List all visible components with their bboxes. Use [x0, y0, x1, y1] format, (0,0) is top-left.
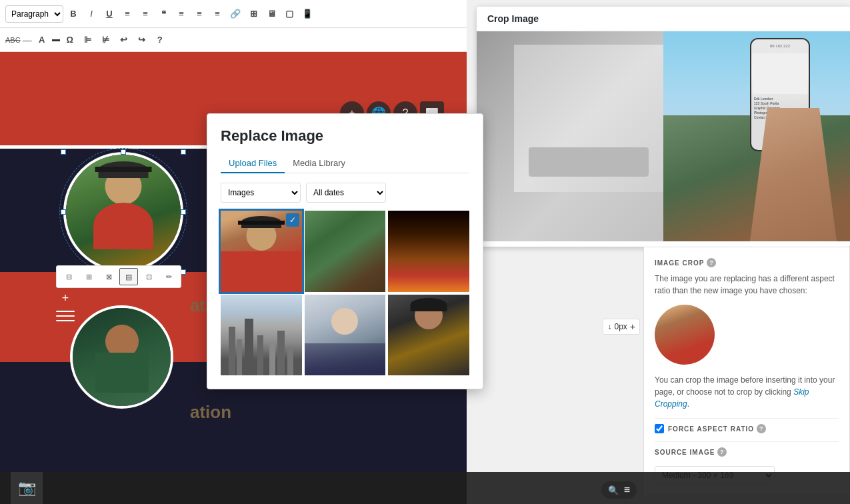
- offset-plus-button[interactable]: +: [630, 321, 635, 332]
- force-ratio-info-icon[interactable]: ?: [757, 424, 766, 433]
- ordered-list-button[interactable]: ≡: [137, 6, 153, 22]
- image-crop-description: The image you are replacing has a differ…: [655, 273, 839, 297]
- image-crop-description-2: You can crop the image before inserting …: [655, 374, 839, 410]
- crop-panel-image: 89 162 222 Erik Lonnber123 South PortlaG…: [477, 31, 850, 241]
- instagram-feed: [753, 54, 807, 94]
- crop-image-panel: Crop Image 89 162 222 Erik Lonnber123 So…: [477, 7, 850, 247]
- strikethrough-indicator: ABC: [5, 36, 21, 44]
- zoom-controls: 🔍 ≡: [601, 481, 637, 499]
- modal-filters: Images All dates: [221, 183, 469, 203]
- crop-panel-title: Crop Image: [477, 7, 850, 31]
- modal-tabs: Upload Files Media Library: [221, 154, 469, 173]
- offset-value: 0px: [614, 322, 627, 331]
- link-button[interactable]: 🔗: [227, 6, 243, 22]
- mobile-view-button[interactable]: 📱: [299, 6, 315, 22]
- menu-drag-handle[interactable]: [56, 311, 75, 321]
- offset-arrow-icon: ↓: [607, 322, 611, 331]
- image-cell-5[interactable]: [388, 295, 469, 376]
- desk-area: [514, 45, 663, 192]
- blockquote-button[interactable]: ❝: [155, 6, 171, 22]
- offset-panel: ↓ 0px +: [603, 319, 640, 335]
- source-image-info-icon[interactable]: ?: [717, 447, 727, 457]
- preview-image-circular: [655, 305, 715, 365]
- help-button[interactable]: ?: [152, 32, 168, 48]
- handle-br[interactable]: [181, 269, 186, 275]
- tab-upload-files[interactable]: Upload Files: [221, 154, 285, 173]
- row-align-right[interactable]: ⊠: [99, 268, 118, 285]
- keyboard-placeholder: [529, 147, 648, 177]
- window-button[interactable]: ▢: [281, 6, 297, 22]
- align-center-button[interactable]: ≡: [191, 6, 207, 22]
- filter-type-select[interactable]: Images: [221, 183, 301, 203]
- row-extra[interactable]: ⊡: [139, 268, 158, 285]
- align-right-button[interactable]: ≡: [209, 6, 225, 22]
- menu-line-2: [56, 315, 75, 317]
- menu-icon[interactable]: ≡: [624, 484, 630, 496]
- menu-line-1: [56, 311, 75, 312]
- row-align-center[interactable]: ⊞: [79, 268, 98, 285]
- undo-button[interactable]: ↩: [116, 32, 132, 48]
- special-char-button[interactable]: Ω: [62, 32, 78, 48]
- handle-tl[interactable]: [61, 149, 66, 155]
- italic-button[interactable]: I: [83, 6, 99, 22]
- force-ratio-checkbox[interactable]: [655, 424, 664, 433]
- image-crop-info-icon[interactable]: ?: [707, 258, 716, 267]
- row-align-full[interactable]: ▤: [119, 268, 138, 285]
- add-section-button[interactable]: +: [56, 289, 75, 307]
- phone-status-bar: 89 162 222: [751, 39, 809, 53]
- circle-image-2-bg: [73, 308, 171, 406]
- redo-button[interactable]: ↪: [134, 32, 150, 48]
- camera-button[interactable]: 📷: [11, 472, 43, 504]
- toolbar-row2: ABC — A Ω ⊫ ⊭ ↩ ↪ ?: [0, 28, 467, 52]
- font-color-button[interactable]: A: [34, 32, 50, 48]
- image-crop-section-title: IMAGE CROP ?: [655, 258, 839, 267]
- shirt2: [95, 353, 149, 393]
- image-cell-2[interactable]: [388, 211, 469, 292]
- location-text-2: ation: [190, 402, 231, 423]
- row-align-left[interactable]: ⊟: [59, 268, 78, 285]
- image-cell-1[interactable]: [305, 211, 386, 292]
- force-ratio-label: FORCE ASPECT RATIO ?: [668, 424, 766, 433]
- toolbar-top: Paragraph B I U ≡ ≡ ❝ ≡ ≡ ≡ 🔗 ⊞ 🖥 ▢ 📱: [0, 0, 467, 28]
- hr-button[interactable]: —: [23, 35, 32, 45]
- paste-text-button[interactable]: ⊭: [98, 32, 114, 48]
- settings-panel: IMAGE CROP ? The image you are replacing…: [643, 247, 850, 496]
- selection-border: [59, 148, 187, 276]
- handle-top[interactable]: [121, 149, 126, 155]
- preview-images-container: [655, 305, 839, 365]
- bold-button[interactable]: B: [65, 6, 81, 22]
- circle-image-2[interactable]: [70, 305, 173, 409]
- replace-image-modal: Replace Image Upload Files Media Library…: [207, 113, 483, 389]
- menu-line-3: [56, 320, 75, 321]
- force-aspect-ratio-section: FORCE ASPECT RATIO ?: [655, 418, 839, 433]
- circle-image-1-container[interactable]: [63, 152, 183, 272]
- image-grid: ✓: [221, 211, 469, 375]
- preview-image-1-bg: [655, 305, 715, 365]
- underline-button[interactable]: U: [101, 6, 117, 22]
- modal-title: Replace Image: [221, 127, 469, 145]
- bottom-bar: 📷: [0, 472, 850, 504]
- tab-media-library[interactable]: Media Library: [285, 154, 353, 173]
- handle-tr[interactable]: [181, 149, 186, 155]
- zoom-icon[interactable]: 🔍: [608, 485, 619, 495]
- align-left-button[interactable]: ≡: [173, 6, 189, 22]
- unordered-list-button[interactable]: ≡: [119, 6, 135, 22]
- source-image-title: SOURCE IMAGE ?: [655, 447, 839, 457]
- paste-button[interactable]: ⊫: [80, 32, 96, 48]
- table-button[interactable]: ⊞: [245, 6, 261, 22]
- row-alignment-toolbar: ⊟ ⊞ ⊠ ▤ ⊡ ✏: [56, 265, 181, 288]
- color-indicator: [52, 39, 60, 41]
- selected-checkmark: ✓: [286, 213, 299, 227]
- image-cell-3[interactable]: [221, 295, 302, 376]
- paragraph-select[interactable]: Paragraph: [5, 5, 63, 23]
- image-cell-4[interactable]: [305, 295, 386, 376]
- desktop-view-button[interactable]: 🖥: [263, 6, 279, 22]
- filter-date-select[interactable]: All dates: [306, 183, 386, 203]
- camera-icon: 📷: [18, 479, 36, 497]
- row-edit[interactable]: ✏: [159, 268, 178, 285]
- handle-left[interactable]: [61, 209, 66, 215]
- image-cell-0[interactable]: ✓: [221, 211, 302, 292]
- handle-right[interactable]: [181, 209, 186, 215]
